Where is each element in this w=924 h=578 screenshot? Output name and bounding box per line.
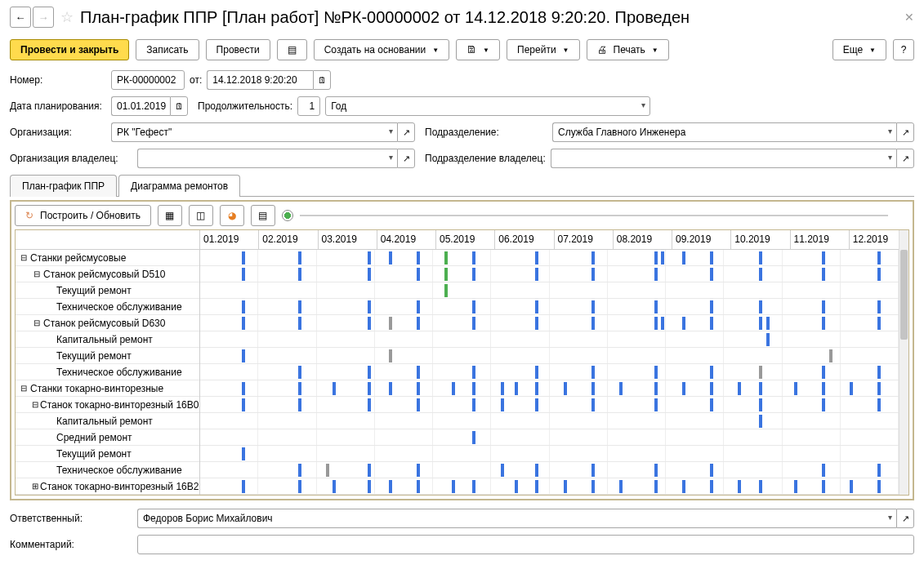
event-bar[interactable]	[822, 268, 825, 281]
event-bar[interactable]	[501, 382, 504, 395]
favorite-star-icon[interactable]: ☆	[60, 8, 74, 26]
event-bar[interactable]	[368, 317, 371, 330]
event-bar[interactable]	[738, 480, 741, 493]
event-bar[interactable]	[444, 268, 448, 281]
event-bar[interactable]	[298, 382, 301, 395]
event-bar[interactable]	[877, 480, 881, 493]
event-bar[interactable]	[759, 480, 762, 493]
event-bar[interactable]	[822, 398, 825, 411]
event-bar[interactable]	[389, 349, 392, 362]
event-bar[interactable]	[877, 317, 881, 330]
event-bar[interactable]	[654, 268, 658, 281]
event-bar[interactable]	[417, 317, 420, 330]
event-bar[interactable]	[877, 382, 881, 395]
event-bar[interactable]	[368, 366, 371, 379]
event-bar[interactable]	[822, 382, 825, 395]
event-bar[interactable]	[759, 398, 762, 411]
event-bar[interactable]	[759, 366, 762, 379]
tree-toggle-icon[interactable]: ⊟	[19, 384, 29, 393]
event-bar[interactable]	[333, 480, 336, 493]
open-icon[interactable]: ↗	[397, 149, 415, 168]
event-bar[interactable]	[591, 382, 595, 395]
event-bar[interactable]	[535, 382, 538, 395]
tree-row[interactable]: ⊟Станки токарно-винторезные	[16, 380, 199, 397]
event-bar[interactable]	[654, 251, 658, 265]
event-bar[interactable]	[822, 366, 825, 379]
event-bar[interactable]	[298, 480, 301, 493]
tool-btn-4[interactable]: ▤	[251, 205, 275, 226]
comment-input[interactable]	[137, 535, 914, 554]
event-bar[interactable]	[417, 366, 420, 379]
tree-row[interactable]: ⊞Станок токарно-винторезный 16В20	[16, 478, 199, 495]
vertical-scrollbar[interactable]	[899, 230, 908, 495]
event-bar[interactable]	[591, 480, 595, 493]
tool-btn-3[interactable]: ◕	[220, 205, 244, 226]
close-icon[interactable]: ✕	[904, 11, 914, 24]
event-bar[interactable]	[444, 284, 448, 297]
event-bar[interactable]	[877, 398, 881, 411]
post-and-close-button[interactable]: Провести и закрыть	[10, 39, 129, 60]
event-bar[interactable]	[298, 300, 301, 313]
event-bar[interactable]	[472, 431, 475, 444]
tree-row[interactable]: ⊟Станки рейсмусовые	[16, 250, 199, 266]
event-bar[interactable]	[333, 382, 336, 395]
event-bar[interactable]	[759, 317, 762, 330]
attachments-button[interactable]: 🖺▼	[456, 39, 500, 60]
event-bar[interactable]	[661, 251, 664, 265]
event-bar[interactable]	[368, 398, 371, 411]
event-bar[interactable]	[535, 317, 538, 330]
event-bar[interactable]	[501, 464, 504, 477]
event-bar[interactable]	[417, 268, 420, 281]
event-bar[interactable]	[877, 300, 881, 313]
event-bar[interactable]	[417, 300, 420, 313]
event-bar[interactable]	[591, 317, 595, 330]
event-bar[interactable]	[298, 317, 301, 330]
event-bar[interactable]	[535, 268, 538, 281]
event-bar[interactable]	[515, 382, 518, 395]
event-bar[interactable]	[591, 464, 595, 477]
event-bar[interactable]	[535, 366, 538, 379]
tree-toggle-icon[interactable]: ⊟	[32, 269, 42, 278]
plan-date-input[interactable]: 01.01.2019	[111, 96, 170, 116]
goto-button[interactable]: Перейти▼	[507, 39, 579, 60]
event-bar[interactable]	[829, 349, 832, 362]
forward-button[interactable]: →	[33, 7, 54, 28]
event-bar[interactable]	[298, 251, 301, 265]
event-bar[interactable]	[822, 480, 825, 493]
event-bar[interactable]	[682, 317, 685, 330]
help-button[interactable]: ?	[893, 39, 914, 60]
more-button[interactable]: Еще▼	[832, 39, 886, 60]
org-select[interactable]: РК "Гефест"	[111, 122, 397, 142]
tree-row[interactable]: Средний ремонт	[16, 429, 199, 446]
responsible-select[interactable]: Федоров Борис Михайлович	[137, 509, 896, 528]
event-bar[interactable]	[654, 366, 658, 379]
event-bar[interactable]	[242, 349, 245, 362]
event-bar[interactable]	[759, 268, 762, 281]
event-bar[interactable]	[766, 333, 770, 346]
owner-org-select[interactable]	[137, 149, 397, 168]
event-bar[interactable]	[710, 480, 713, 493]
event-bar[interactable]	[822, 300, 825, 313]
event-bar[interactable]	[368, 300, 371, 313]
zoom-slider[interactable]	[300, 215, 888, 216]
event-bar[interactable]	[535, 464, 538, 477]
tree-toggle-icon[interactable]: ⊞	[32, 482, 38, 491]
event-bar[interactable]	[417, 398, 420, 411]
event-bar[interactable]	[368, 268, 371, 281]
event-bar[interactable]	[564, 382, 567, 395]
event-bar[interactable]	[417, 464, 420, 477]
event-bar[interactable]	[298, 398, 301, 411]
print-button[interactable]: 🖨 Печать▼	[587, 39, 669, 60]
event-bar[interactable]	[389, 317, 392, 330]
tree-toggle-icon[interactable]: ⊟	[32, 318, 42, 327]
from-date-input[interactable]: 14.12.2018 9:20:20	[207, 70, 313, 90]
report-button[interactable]: ▤	[277, 39, 307, 60]
event-bar[interactable]	[766, 317, 770, 330]
event-bar[interactable]	[822, 317, 825, 330]
event-bar[interactable]	[472, 251, 475, 265]
event-bar[interactable]	[472, 382, 475, 395]
event-bar[interactable]	[242, 398, 245, 411]
event-bar[interactable]	[472, 300, 475, 313]
event-bar[interactable]	[654, 464, 658, 477]
event-bar[interactable]	[242, 300, 245, 313]
